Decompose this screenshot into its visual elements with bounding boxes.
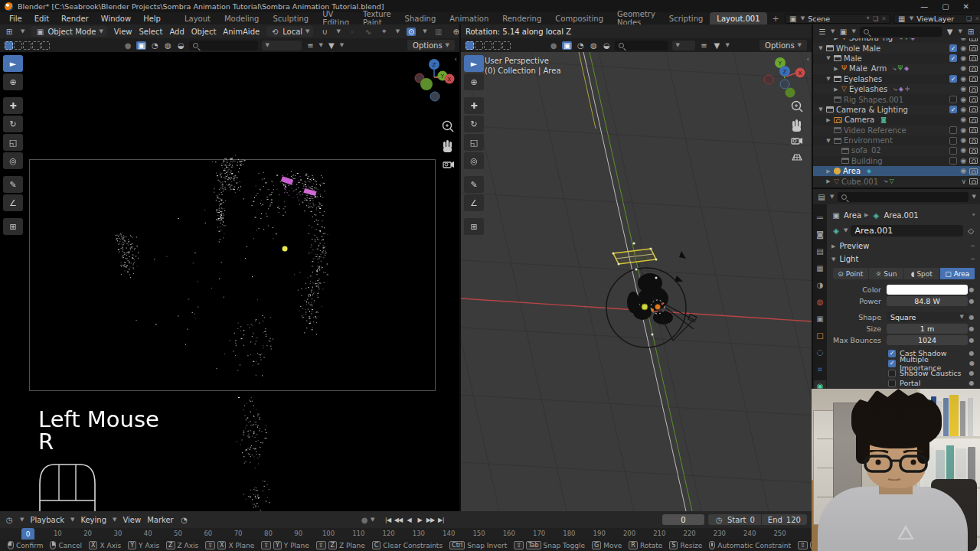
visibility-eye-icon[interactable]: ◉: [960, 116, 966, 123]
options-button[interactable]: Options▼: [760, 40, 807, 51]
list-view-icon[interactable]: ≡: [305, 41, 315, 50]
copy-viewlayer-icon[interactable]: ❏: [966, 15, 972, 22]
visibility-eye-icon[interactable]: ◉: [960, 127, 966, 134]
outliner-row-video-reference[interactable]: Video Reference✓◉: [813, 126, 980, 135]
animate-dot-icon[interactable]: ●: [968, 298, 975, 305]
visibility-eye-icon[interactable]: ◉: [960, 45, 966, 52]
transform-tool[interactable]: ◎: [3, 152, 23, 169]
collection-exclude-checkbox[interactable]: ✓: [949, 44, 957, 52]
current-frame-field[interactable]: 0: [662, 514, 704, 525]
visibility-eye-icon[interactable]: ◉: [960, 86, 966, 93]
menu-add[interactable]: Add: [169, 28, 184, 36]
filter-funnel-icon[interactable]: ▼: [946, 28, 955, 36]
outliner-display-mode-icon[interactable]: ☰: [818, 28, 827, 36]
render-visibility-camera-icon[interactable]: [969, 158, 978, 164]
mask-mode-icon[interactable]: ▣: [136, 41, 146, 50]
workspace-tab-sculpting[interactable]: Sculpting: [266, 12, 315, 24]
annotate-tool[interactable]: ✎: [464, 176, 484, 193]
paint-icon[interactable]: ◒: [176, 41, 185, 50]
menu-help[interactable]: Help: [137, 12, 167, 24]
uv-sync-icon[interactable]: ◍: [589, 41, 598, 50]
visibility-eye-icon[interactable]: ◉: [960, 96, 966, 103]
visibility-eye-icon[interactable]: ◉: [960, 55, 966, 62]
render-visibility-camera-icon[interactable]: [969, 66, 978, 72]
visibility-eye-icon[interactable]: ◉: [960, 65, 966, 72]
light-type-point[interactable]: ⊙Point: [833, 268, 869, 279]
collection-exclude-checkbox[interactable]: ✓: [949, 126, 957, 134]
tab-particles[interactable]: ◌: [814, 347, 826, 358]
cursor-tool[interactable]: ⊕: [3, 73, 23, 90]
menu-edit[interactable]: Edit: [28, 12, 55, 24]
outliner-row-male-arm[interactable]: ▶ΨMale_Arm⤷Ψ◈◉: [813, 64, 980, 73]
tab-output[interactable]: ▤: [814, 246, 826, 257]
visibility-eye-icon[interactable]: ◉: [960, 137, 966, 144]
auto-keying-record-icon[interactable]: ●: [360, 516, 369, 524]
options-button[interactable]: Options▼: [407, 40, 455, 51]
animate-dot-icon[interactable]: ●: [968, 350, 975, 357]
render-visibility-camera-icon[interactable]: [969, 127, 978, 133]
render-visibility-camera-icon[interactable]: [969, 55, 978, 61]
outliner-search-input[interactable]: [860, 27, 942, 37]
shape-dropdown[interactable]: Square▼: [887, 312, 968, 322]
render-visibility-camera-icon[interactable]: [969, 86, 978, 93]
menu-animaide[interactable]: AnimAide: [223, 28, 260, 36]
scene-selector[interactable]: ▣▼ Scene ⌖ ❏ ✕: [785, 14, 890, 24]
clip-icon[interactable]: ◔: [150, 41, 159, 50]
workspace-tab-scripting[interactable]: Scripting: [662, 12, 710, 24]
select-box-tool[interactable]: ►: [464, 55, 484, 72]
collection-exclude-checkbox[interactable]: ✓: [949, 147, 957, 155]
expand-arrow-icon[interactable]: ▶: [833, 86, 839, 93]
visibility-eye-icon[interactable]: ∨: [961, 178, 966, 185]
toggle-multiple-importance[interactable]: ✓Multiple Importance●: [831, 358, 975, 368]
collection-exclude-checkbox[interactable]: ✓: [949, 96, 957, 103]
outliner-row-cube-001[interactable]: ▶▽Cube.001⤷▽∨: [813, 176, 980, 186]
expand-arrow-icon[interactable]: ▶: [825, 168, 831, 174]
filter-funnel-icon[interactable]: ▼: [327, 41, 336, 50]
menu-window[interactable]: Window: [95, 12, 137, 24]
fake-user-shield-icon[interactable]: ◇: [966, 227, 975, 235]
tab-world[interactable]: ◍: [814, 296, 826, 308]
render-visibility-camera-icon[interactable]: [969, 76, 978, 82]
playhead-marker[interactable]: 0: [21, 528, 34, 540]
sphere-icon[interactable]: ●: [549, 41, 558, 50]
expand-arrow-icon[interactable]: ▶: [833, 38, 839, 41]
falloff-curve-icon[interactable]: ∿: [364, 28, 373, 36]
uv-sync-icon[interactable]: ◍: [163, 41, 172, 50]
tab-tool[interactable]: ≔: [814, 212, 826, 223]
tab-scene[interactable]: ◑: [814, 279, 826, 291]
pin-icon[interactable]: ⌖: [866, 15, 870, 22]
render-visibility-camera-icon[interactable]: [969, 148, 978, 154]
transform-orientation-dropdown[interactable]: ⟲ Local ▼: [266, 26, 313, 37]
tab-collection[interactable]: ▣: [814, 313, 826, 324]
workspace-tab-layout[interactable]: Layout: [178, 12, 217, 24]
viewlayer-selector[interactable]: ▦▼ ViewLayer ❏ ✕: [893, 14, 980, 24]
light-type-spot[interactable]: ◖Spot: [904, 268, 940, 279]
expand-arrow-icon[interactable]: ▼: [825, 55, 831, 61]
outliner-row-environment[interactable]: ▼Environment✓◉: [813, 135, 980, 145]
light-panel-header[interactable]: ▼ Light ≡: [831, 253, 975, 266]
shading-wireframe-icon[interactable]: ⊕: [452, 28, 459, 36]
measure-tool[interactable]: ∠: [464, 194, 484, 211]
render-visibility-camera-icon[interactable]: [969, 96, 978, 103]
workspace-tab-compositing[interactable]: Compositing: [548, 12, 610, 24]
visibility-eye-icon[interactable]: ◉: [960, 147, 966, 154]
checkbox[interactable]: ✓: [888, 350, 896, 357]
menu-view[interactable]: View: [122, 516, 141, 524]
workspace-tab-layout-001[interactable]: Layout.001: [710, 12, 766, 24]
copy-scene-icon[interactable]: ❏: [873, 15, 878, 22]
tab-render[interactable]: ◙: [814, 229, 826, 240]
toggle-portal[interactable]: ✓Portal●: [831, 378, 975, 388]
sync-clock-icon[interactable]: ◔: [180, 516, 189, 524]
collection-exclude-checkbox[interactable]: ✓: [949, 54, 957, 62]
maximize-button[interactable]: ▢: [942, 2, 949, 11]
move-tool[interactable]: ✚: [3, 97, 23, 114]
pivot-dropdown[interactable]: ▼: [262, 41, 302, 51]
proportional-edit-icon[interactable]: ◦: [348, 28, 357, 36]
play-button[interactable]: ▶: [415, 514, 424, 525]
workspace-tab-modeling[interactable]: Modeling: [217, 12, 266, 24]
pivot-dropdown[interactable]: ▼: [672, 41, 695, 51]
animate-dot-icon[interactable]: ●: [968, 337, 975, 344]
snap-magnet-icon[interactable]: ∪: [320, 28, 329, 36]
outliner-row-building[interactable]: Building✓◉: [813, 156, 980, 166]
size-field[interactable]: 1 m: [887, 324, 968, 334]
